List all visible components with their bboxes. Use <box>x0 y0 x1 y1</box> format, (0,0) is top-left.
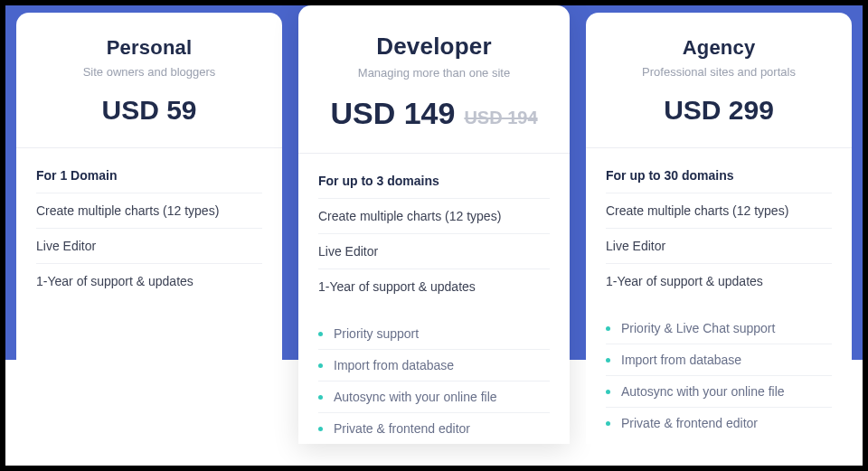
plan-feature: 1-Year of support & updates <box>36 264 262 298</box>
plan-tagline: Managing more than one site <box>315 66 553 80</box>
plan-header: Developer Managing more than one site US… <box>298 5 570 153</box>
plan-extra: Private & frontend editor <box>606 408 832 438</box>
plan-extra-label: Private & frontend editor <box>334 421 470 436</box>
plan-extras: Priority support Import from database Au… <box>298 304 570 444</box>
plan-features: For 1 Domain Create multiple charts (12 … <box>16 148 282 298</box>
plan-extra-label: Import from database <box>334 358 454 372</box>
plan-header: Agency Professional sites and portals US… <box>586 13 852 147</box>
plan-tagline: Site owners and bloggers <box>33 65 266 79</box>
plan-feature: Live Editor <box>606 229 832 264</box>
plan-features: For up to 30 domains Create multiple cha… <box>586 148 852 298</box>
plan-extra-label: Private & frontend editor <box>621 416 758 430</box>
bullet-dot-icon <box>318 427 323 431</box>
plan-price-row: USD 149 USD 194 <box>315 96 553 131</box>
plan-feature: Live Editor <box>318 234 550 269</box>
plan-card-agency: Agency Professional sites and portals US… <box>586 13 852 444</box>
plan-price-row: USD 299 <box>602 95 835 126</box>
bullet-dot-icon <box>606 421 610 426</box>
plan-extra: Priority support <box>318 318 550 350</box>
plan-feature: 1-Year of support & updates <box>606 264 832 298</box>
plan-lead-feature: For up to 3 domains <box>318 174 550 199</box>
plan-extra: Autosync with your online file <box>318 382 550 413</box>
bullet-dot-icon <box>606 390 610 394</box>
plan-card-developer: Developer Managing more than one site US… <box>298 5 570 444</box>
plan-price-row: USD 59 <box>33 95 266 126</box>
plan-extra: Autosync with your online file <box>606 376 832 408</box>
plan-extras: Priority & Live Chat support Import from… <box>586 298 852 438</box>
plan-extra-label: Autosync with your online file <box>621 384 785 399</box>
plan-lead-feature: For 1 Domain <box>36 168 262 193</box>
plan-feature: Create multiple charts (12 types) <box>606 193 832 229</box>
plan-name: Personal <box>33 36 266 60</box>
bullet-dot-icon <box>606 326 610 331</box>
bullet-dot-icon <box>318 332 323 336</box>
plan-price-old: USD 194 <box>464 108 537 128</box>
plan-features: For up to 3 domains Create multiple char… <box>298 154 570 304</box>
plan-name: Agency <box>602 36 835 60</box>
plan-cards-row: Personal Site owners and bloggers USD 59… <box>5 13 863 444</box>
bullet-dot-icon <box>318 363 323 368</box>
plan-extra-label: Priority support <box>334 326 419 341</box>
plan-price: USD 149 <box>330 96 455 131</box>
plan-extra-label: Import from database <box>621 353 741 367</box>
plan-extra: Import from database <box>318 350 550 382</box>
plan-lead-feature: For up to 30 domains <box>606 168 832 193</box>
plan-header: Personal Site owners and bloggers USD 59 <box>16 13 282 147</box>
plan-extra: Import from database <box>606 344 832 376</box>
plan-feature: Live Editor <box>36 229 262 264</box>
plan-feature: Create multiple charts (12 types) <box>36 193 262 229</box>
plan-price: USD 299 <box>664 95 774 126</box>
pricing-table: Personal Site owners and bloggers USD 59… <box>0 0 868 471</box>
bullet-dot-icon <box>606 358 610 363</box>
plan-extra-label: Autosync with your online file <box>334 390 497 404</box>
plan-price: USD 59 <box>101 95 196 126</box>
plan-extra: Private & frontend editor <box>318 413 550 444</box>
plan-extra: Priority & Live Chat support <box>606 313 832 344</box>
plan-feature: Create multiple charts (12 types) <box>318 199 550 234</box>
plan-card-personal: Personal Site owners and bloggers USD 59… <box>16 13 282 444</box>
bullet-dot-icon <box>318 395 323 400</box>
plan-tagline: Professional sites and portals <box>602 65 835 79</box>
plan-extra-label: Priority & Live Chat support <box>621 321 775 335</box>
plan-feature: 1-Year of support & updates <box>318 269 550 304</box>
plan-name: Developer <box>315 33 553 61</box>
